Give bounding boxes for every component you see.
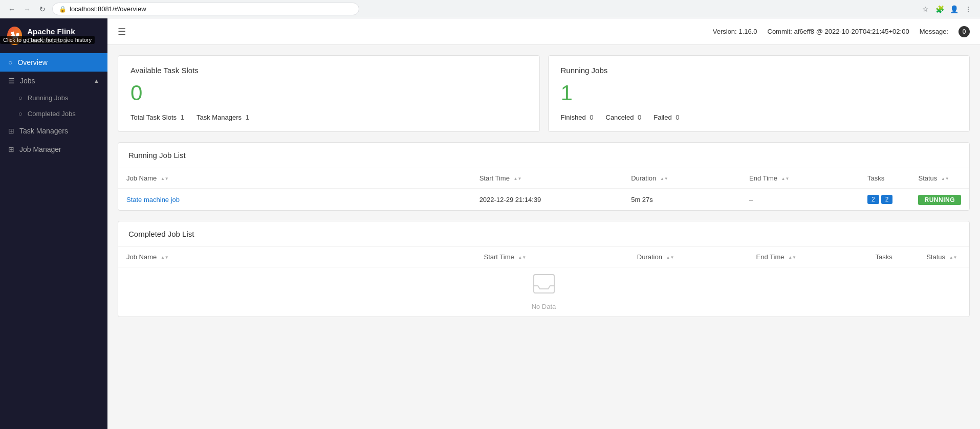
sidebar-item-label: Overview bbox=[17, 58, 47, 66]
running-jobs-stats: Finished 0 Canceled 0 Failed 0 bbox=[561, 114, 957, 121]
forward-button[interactable]: → bbox=[21, 4, 33, 15]
message-info: Message: bbox=[920, 28, 948, 35]
running-jobs-card-title: Running Jobs bbox=[561, 66, 957, 75]
sidebar-task-managers-label: Task Managers bbox=[19, 127, 68, 135]
version-value: 1.16.0 bbox=[738, 28, 757, 35]
col-cjl-status[interactable]: Status ▲▼ bbox=[918, 247, 969, 267]
completed-jobs-table: Job Name ▲▼ Start Time ▲▼ Duration ▲▼ bbox=[118, 247, 969, 317]
finished-label: Finished bbox=[561, 114, 586, 121]
total-task-slots-label: Total Task Slots bbox=[130, 114, 177, 121]
finished-stat: Finished 0 bbox=[561, 114, 594, 121]
browser-chrome: ← → ↻ 🔒 localhost:8081/#/overview ☆ 🧩 👤 … bbox=[0, 0, 980, 18]
col-duration[interactable]: Duration ▲▼ bbox=[623, 168, 741, 189]
sort-duration-icon: ▲▼ bbox=[660, 176, 668, 181]
message-badge[interactable]: 0 bbox=[959, 26, 970, 37]
col-cjl-tasks[interactable]: Tasks bbox=[867, 247, 918, 267]
sidebar-item-completed-jobs[interactable]: ○ Completed Jobs bbox=[0, 106, 107, 122]
sidebar-section-jobs[interactable]: ☰ Jobs ▲ bbox=[0, 72, 107, 90]
tasks-badges: 2 2 bbox=[867, 195, 902, 204]
reload-button[interactable]: ↻ bbox=[37, 4, 48, 15]
sidebar: 🐿 Apache Flink Dashboard ○ Overview ☰ Jo… bbox=[0, 18, 107, 429]
duration-cell: 5m 27s bbox=[623, 189, 741, 211]
task-managers-value: 1 bbox=[246, 114, 249, 121]
running-jobs-icon: ○ bbox=[18, 94, 23, 102]
task-slots-number: 0 bbox=[130, 81, 527, 105]
col-job-name[interactable]: Job Name ▲▼ bbox=[118, 168, 471, 189]
menu-button[interactable]: ⋮ bbox=[963, 4, 974, 15]
tasks-cell: 2 2 bbox=[859, 189, 910, 211]
sidebar-item-overview[interactable]: ○ Overview bbox=[0, 53, 107, 72]
col-start-time[interactable]: Start Time ▲▼ bbox=[471, 168, 623, 189]
table-row: State machine job 2022-12-29 21:14:39 5m… bbox=[118, 189, 969, 211]
col-cjl-job-name[interactable]: Job Name ▲▼ bbox=[118, 247, 475, 267]
col-status[interactable]: Status ▲▼ bbox=[910, 168, 969, 189]
sidebar-item-task-managers[interactable]: ⊞ Task Managers bbox=[0, 122, 107, 140]
app-layout: 🐿 Apache Flink Dashboard ○ Overview ☰ Jo… bbox=[0, 18, 980, 429]
hamburger-icon[interactable]: ☰ bbox=[118, 26, 126, 37]
task-badge-total: 2 bbox=[881, 195, 893, 204]
svg-rect-0 bbox=[534, 275, 554, 293]
job-name-link[interactable]: State machine job bbox=[126, 196, 180, 204]
col-cjl-end-time[interactable]: End Time ▲▼ bbox=[748, 247, 867, 267]
running-jobs-table: Job Name ▲▼ Start Time ▲▼ Duration ▲▼ bbox=[118, 168, 969, 210]
task-managers-stat: Task Managers 1 bbox=[197, 114, 249, 121]
overview-icon: ○ bbox=[8, 58, 12, 66]
total-task-slots-stat: Total Task Slots 1 bbox=[130, 114, 184, 121]
sort-cjl-status-icon: ▲▼ bbox=[949, 255, 957, 260]
failed-label: Failed bbox=[654, 114, 671, 121]
bookmark-button[interactable]: ☆ bbox=[920, 4, 931, 15]
task-slots-title: Available Task Slots bbox=[130, 66, 527, 75]
job-name-cell: State machine job bbox=[118, 189, 471, 211]
sidebar-job-manager-label: Job Manager bbox=[19, 145, 61, 153]
failed-value: 0 bbox=[676, 114, 679, 121]
col-end-time[interactable]: End Time ▲▼ bbox=[741, 168, 859, 189]
task-badge-running: 2 bbox=[867, 195, 879, 204]
col-tasks[interactable]: Tasks bbox=[859, 168, 910, 189]
commit-label: Commit: bbox=[768, 28, 792, 35]
completed-job-list-section: Completed Job List Job Name ▲▼ Start Tim… bbox=[118, 221, 970, 317]
sort-status-icon: ▲▼ bbox=[941, 176, 949, 181]
commit-info: Commit: af6eff8 @ 2022-10-20T04:21:45+02… bbox=[768, 28, 909, 35]
cards-row: Available Task Slots 0 Total Task Slots … bbox=[118, 55, 970, 132]
running-jobs-number: 1 bbox=[561, 81, 957, 105]
sort-cjl-job-name-icon: ▲▼ bbox=[161, 255, 169, 260]
running-jobs-card: Running Jobs 1 Finished 0 Canceled 0 Fai… bbox=[548, 55, 970, 132]
running-job-list-section: Running Job List Job Name ▲▼ Start Time … bbox=[118, 142, 970, 211]
task-slots-stats: Total Task Slots 1 Task Managers 1 bbox=[130, 114, 527, 121]
address-bar[interactable]: 🔒 localhost:8081/#/overview bbox=[52, 3, 359, 15]
message-label: Message: bbox=[920, 28, 948, 35]
canceled-value: 0 bbox=[638, 114, 641, 121]
sort-job-name-icon: ▲▼ bbox=[161, 176, 169, 181]
sidebar-item-job-manager[interactable]: ⊞ Job Manager bbox=[0, 140, 107, 159]
col-cjl-start-time[interactable]: Start Time ▲▼ bbox=[475, 247, 628, 267]
sort-cjl-end-time-icon: ▲▼ bbox=[788, 255, 796, 260]
running-job-list-header: Running Job List bbox=[118, 143, 969, 168]
extensions-button[interactable]: 🧩 bbox=[934, 4, 945, 15]
running-jobs-label: Running Jobs bbox=[28, 94, 69, 102]
canceled-label: Canceled bbox=[606, 114, 634, 121]
sidebar-item-running-jobs[interactable]: ○ Running Jobs bbox=[0, 90, 107, 106]
jobs-icon: ☰ bbox=[8, 77, 15, 85]
task-slots-card: Available Task Slots 0 Total Task Slots … bbox=[118, 55, 540, 132]
url-text: localhost:8081/#/overview bbox=[70, 5, 146, 13]
topbar: ☰ Version: 1.16.0 Commit: af6eff8 @ 2022… bbox=[107, 18, 980, 45]
col-cjl-duration[interactable]: Duration ▲▼ bbox=[629, 247, 748, 267]
no-data-cell: No Data bbox=[118, 267, 969, 317]
back-tooltip: Click to go back, hold to see history bbox=[0, 36, 95, 44]
completed-jobs-label: Completed Jobs bbox=[28, 110, 76, 118]
back-button[interactable]: ← bbox=[6, 4, 17, 15]
sort-cjl-start-time-icon: ▲▼ bbox=[518, 255, 526, 260]
job-manager-icon: ⊞ bbox=[8, 145, 14, 153]
no-data-text: No Data bbox=[126, 303, 961, 310]
completed-job-list-header: Completed Job List bbox=[118, 221, 969, 247]
content-area: Available Task Slots 0 Total Task Slots … bbox=[107, 45, 980, 429]
no-data-icon bbox=[126, 274, 961, 299]
chevron-up-icon: ▲ bbox=[94, 78, 99, 84]
task-managers-icon: ⊞ bbox=[8, 127, 14, 135]
status-cell: RUNNING bbox=[910, 189, 969, 211]
profile-button[interactable]: 👤 bbox=[948, 4, 960, 15]
failed-stat: Failed 0 bbox=[654, 114, 679, 121]
completed-jobs-icon: ○ bbox=[18, 110, 23, 118]
task-managers-label: Task Managers bbox=[197, 114, 242, 121]
status-badge: RUNNING bbox=[918, 195, 961, 205]
